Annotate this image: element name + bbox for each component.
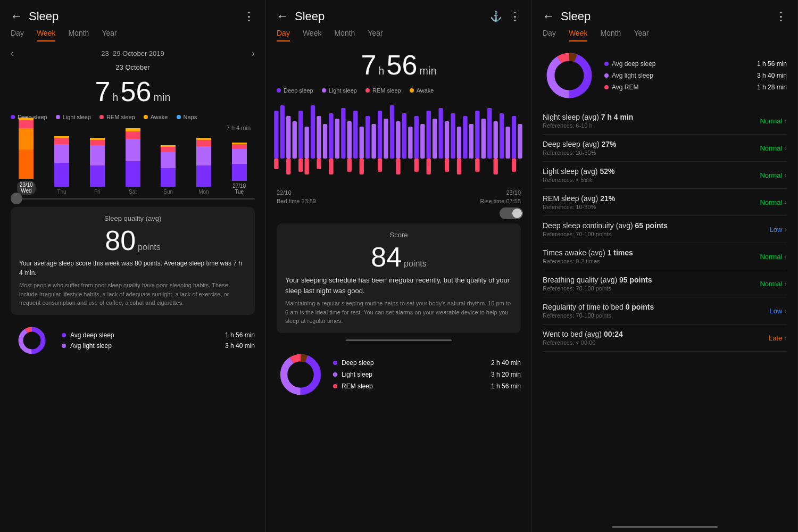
tab-2-month[interactable]: Month <box>334 29 355 41</box>
seg-light-tue <box>232 149 247 164</box>
dl-light-label-2: Light sleep <box>342 371 372 378</box>
p3-legend-light: Avg light sleep 3 h 40 min <box>604 72 787 79</box>
tab-2-day[interactable]: Day <box>277 29 290 41</box>
svg-rect-23 <box>353 111 358 159</box>
svg-rect-9 <box>298 111 303 159</box>
sleep-wave-2 <box>266 100 531 185</box>
seg-rem-sat <box>126 131 140 139</box>
nav-prev-1[interactable]: ‹ <box>11 48 14 59</box>
back-arrow-1[interactable]: ← <box>11 10 22 23</box>
dl-deep-label-2: Deep sleep <box>342 359 374 367</box>
stat-row-0[interactable]: Night sleep (avg) 7 h 4 min References: … <box>543 107 787 135</box>
tab-3-month[interactable]: Month <box>600 29 621 41</box>
svg-rect-39 <box>427 111 431 159</box>
tabs-1: Day Week Month Year <box>0 29 265 41</box>
dl-deep-2: Deep sleep 2 h 40 min <box>333 359 521 367</box>
stat-arrow-6: › <box>784 279 787 288</box>
awake-label-2: Awake <box>417 87 434 94</box>
svg-rect-45 <box>451 113 455 159</box>
stat-row-3[interactable]: REM sleep (avg) 21% References: 10-30% N… <box>543 189 787 216</box>
stat-arrow-0: › <box>784 117 787 125</box>
stat-row-5[interactable]: Times awake (avg) 1 times References: 0-… <box>543 243 787 270</box>
svg-rect-36 <box>414 116 419 159</box>
svg-rect-32 <box>396 121 400 159</box>
tab-3-day[interactable]: Day <box>543 29 556 41</box>
header-2: ← Sleep ⚓ ⋮ <box>266 0 531 29</box>
tabs-3: Day Week Month Year <box>532 29 797 41</box>
donut-svg-1 <box>11 325 53 356</box>
stat-row-2[interactable]: Light sleep (avg) 52% References: < 55% … <box>543 162 787 189</box>
stat-row-1[interactable]: Deep sleep (avg) 27% References: 20-60% … <box>543 135 787 162</box>
legend-light-1: Light sleep <box>56 114 91 120</box>
svg-rect-16 <box>323 124 327 159</box>
svg-rect-48 <box>463 116 467 159</box>
edit-icon-2[interactable]: ⚓ <box>490 11 502 22</box>
bar-label-sun: Sun <box>163 189 173 195</box>
stat-row-6[interactable]: Breathing quality (avg) 95 points Refere… <box>543 270 787 297</box>
seg-rem-wed <box>19 120 34 128</box>
bar-wed[interactable]: 23/10Wed <box>11 118 42 195</box>
tab-3-week[interactable]: Week <box>569 29 588 41</box>
seg-deep-fri <box>90 165 105 187</box>
dl-rem-dot-2 <box>333 384 337 388</box>
tab-1-week[interactable]: Week <box>37 29 56 41</box>
svg-rect-6 <box>286 116 290 159</box>
seg-light-sun <box>161 152 176 168</box>
tab-1-month[interactable]: Month <box>68 29 89 41</box>
svg-rect-47 <box>457 159 461 174</box>
stat-rows-3: Night sleep (avg) 7 h 4 min References: … <box>532 107 797 522</box>
p3-rem-label: Avg REM <box>612 84 638 91</box>
svg-rect-35 <box>408 127 412 159</box>
dl-rem-2: REM sleep 1 h 56 min <box>333 383 521 390</box>
svg-rect-51 <box>475 159 479 172</box>
p3-legend-deep: Avg deep sleep 1 h 56 min <box>604 60 787 68</box>
tab-1-year[interactable]: Year <box>102 29 117 41</box>
legend-2: Deep sleep Light sleep REM sleep Awake <box>266 84 531 97</box>
score-pts-2: points <box>404 259 427 269</box>
nav-next-1[interactable]: › <box>252 48 255 59</box>
stat-row-4[interactable]: Deep sleep continuity (avg) 65 points Re… <box>543 216 787 243</box>
back-arrow-2[interactable]: ← <box>277 10 288 23</box>
bar-mon[interactable]: Mon <box>188 138 220 195</box>
slider-thumb-1[interactable] <box>11 193 22 204</box>
toggle-2[interactable] <box>500 207 523 219</box>
svg-rect-13 <box>311 105 315 159</box>
bar-label-fri: Fri <box>94 189 101 195</box>
bar-sat[interactable]: Sat <box>117 128 148 195</box>
stat-arrow-3: › <box>784 198 787 206</box>
stat-right-8: Late › <box>769 334 787 342</box>
bar-fri[interactable]: Fri <box>81 138 113 195</box>
svg-rect-50 <box>475 111 479 159</box>
bar-sun[interactable]: Sun <box>153 145 184 195</box>
stat-row-7[interactable]: Regularity of time to bed 0 points Refer… <box>543 297 787 325</box>
tab-2-week[interactable]: Week <box>303 29 322 41</box>
stat-ref-5: References: 0-2 times <box>543 258 760 264</box>
bar-fri-stack <box>90 138 105 187</box>
donut-deep-dot-1 <box>62 333 66 337</box>
more-menu-3[interactable]: ⋮ <box>775 10 787 23</box>
stat-left-4: Deep sleep continuity (avg) 65 points Re… <box>543 221 769 237</box>
score-card-2: Score 84 points Your sleeping schedule h… <box>277 223 521 333</box>
dl-light-dot-2 <box>333 372 337 377</box>
bar-thu[interactable]: Thu <box>46 136 78 195</box>
stat-left-1: Deep sleep (avg) 27% References: 20-60% <box>543 140 760 156</box>
stat-left-6: Breathing quality (avg) 95 points Refere… <box>543 276 760 292</box>
bar-label-wed: 23/10Wed <box>17 181 36 195</box>
more-menu-2[interactable]: ⋮ <box>509 10 521 23</box>
back-arrow-3[interactable]: ← <box>543 10 554 23</box>
stat-title-5: Times awake (avg) 1 times <box>543 248 760 257</box>
tab-1-day[interactable]: Day <box>11 29 24 41</box>
p3-legend-rem: Avg REM 1 h 28 min <box>604 84 787 91</box>
time-labels-detail-2: Bed time 23:59 Rise time 07:55 <box>266 197 531 205</box>
stat-ref-2: References: < 55% <box>543 177 760 183</box>
tab-2-year[interactable]: Year <box>368 29 383 41</box>
svg-rect-59 <box>512 159 516 172</box>
legend-deep-2: Deep sleep <box>277 87 313 94</box>
header-left-1: ← Sleep <box>11 10 59 23</box>
stat-row-8[interactable]: Went to bed (avg) 00:24 References: < 00… <box>543 325 787 352</box>
stat-arrow-1: › <box>784 144 787 152</box>
slider-track-1[interactable] <box>11 198 255 200</box>
tab-3-year[interactable]: Year <box>634 29 649 41</box>
bar-tue[interactable]: 27/10Tue <box>223 143 255 195</box>
more-menu-1[interactable]: ⋮ <box>243 10 255 23</box>
